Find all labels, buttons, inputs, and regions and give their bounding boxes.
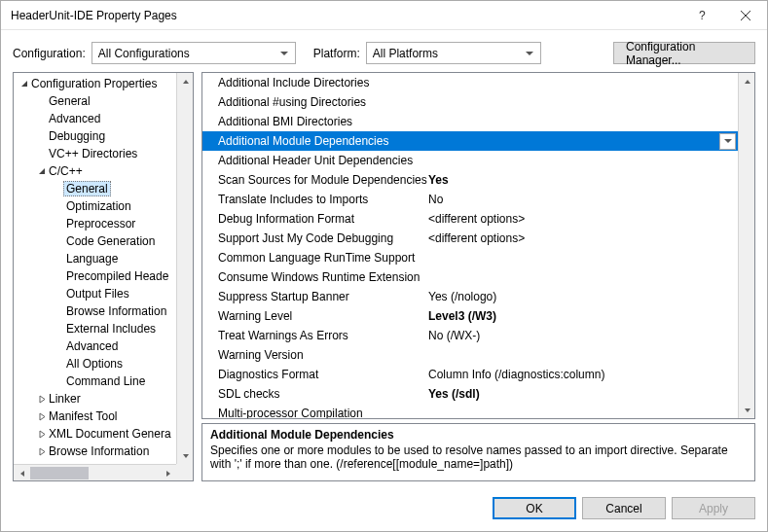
property-value[interactable]: <different options> — [428, 212, 738, 226]
help-button[interactable]: ? — [681, 1, 724, 30]
property-row[interactable]: SDL checksYes (/sdl) — [202, 384, 738, 404]
tree-item[interactable]: External Includes — [14, 320, 193, 337]
property-grid[interactable]: Additional Include DirectoriesAdditional… — [202, 73, 754, 418]
description-title: Additional Module Dependencies — [210, 428, 747, 442]
tree-item[interactable]: All Options — [14, 355, 193, 372]
svg-marker-3 — [21, 81, 27, 87]
property-row[interactable]: Support Just My Code Debugging<different… — [202, 229, 738, 248]
collapse-icon[interactable] — [35, 447, 49, 456]
property-value[interactable]: No (/WX-) — [428, 329, 738, 342]
tree-item-label: Command Line — [66, 374, 145, 388]
property-row[interactable]: Additional BMI Directories — [202, 112, 738, 131]
collapse-icon[interactable] — [35, 395, 49, 404]
property-name: Multi-processor Compilation — [218, 407, 428, 418]
tree-item[interactable]: Command Line — [14, 372, 193, 390]
property-row[interactable]: Scan Sources for Module DependenciesYes — [202, 170, 738, 190]
expand-icon[interactable] — [18, 80, 31, 89]
property-row[interactable]: Translate Includes to ImportsNo — [202, 190, 738, 209]
tree-item[interactable]: Debugging — [14, 127, 193, 145]
property-row[interactable]: Additional Module Dependencies — [202, 131, 738, 151]
tree-item[interactable]: Linker — [14, 390, 193, 408]
configuration-manager-button[interactable]: Configuration Manager... — [613, 42, 755, 64]
tree-item[interactable]: General — [14, 180, 193, 197]
expand-icon[interactable] — [35, 167, 49, 176]
tree[interactable]: Configuration PropertiesGeneralAdvancedD… — [14, 73, 193, 480]
tree-item[interactable]: Advanced — [14, 337, 193, 355]
tree-item-label: Advanced — [66, 339, 118, 353]
property-row[interactable]: Treat Warnings As ErrorsNo (/WX-) — [202, 326, 738, 345]
cancel-button[interactable]: Cancel — [582, 497, 666, 519]
property-value[interactable]: <different options> — [428, 231, 738, 245]
property-value[interactable]: Column Info (/diagnostics:column) — [428, 368, 738, 381]
tree-item[interactable]: Browse Information — [14, 302, 193, 320]
svg-marker-10 — [183, 454, 189, 458]
grid-vscrollbar[interactable] — [738, 73, 754, 418]
tree-item-label: Language — [66, 252, 118, 266]
tree-item-label: Browse Information — [66, 304, 166, 318]
property-pages-dialog: HeaderUnit-IDE Property Pages ? Configur… — [0, 0, 768, 532]
right-pane: Additional Include DirectoriesAdditional… — [201, 72, 755, 481]
tree-hscrollbar[interactable] — [14, 464, 176, 480]
property-value[interactable]: Yes (/nologo) — [428, 290, 738, 303]
property-row[interactable]: Common Language RunTime Support — [202, 248, 738, 267]
tree-item[interactable]: Browse Information — [14, 443, 193, 460]
tree-item[interactable]: Output Files — [14, 285, 193, 302]
tree-item[interactable]: Advanced — [14, 110, 193, 127]
tree-item-label: Debugging — [49, 129, 105, 143]
svg-marker-8 — [40, 448, 45, 455]
tree-item[interactable]: Optimization — [14, 197, 193, 215]
scroll-right-icon[interactable] — [160, 465, 176, 481]
property-row[interactable]: Warning Version — [202, 345, 738, 365]
property-value[interactable]: Yes — [428, 173, 738, 187]
property-row[interactable]: Debug Information Format<different optio… — [202, 209, 738, 229]
scroll-down-icon[interactable] — [739, 402, 755, 418]
tree-item[interactable]: Manifest Tool — [14, 408, 193, 425]
property-name: Suppress Startup Banner — [218, 290, 428, 303]
platform-combo[interactable]: All Platforms — [366, 42, 541, 64]
scroll-up-icon[interactable] — [177, 73, 194, 89]
property-row[interactable]: Diagnostics FormatColumn Info (/diagnost… — [202, 365, 738, 384]
property-row[interactable]: Suppress Startup BannerYes (/nologo) — [202, 287, 738, 306]
property-row[interactable]: Additional Header Unit Dependencies — [202, 151, 738, 170]
configuration-combo[interactable]: All Configurations — [91, 42, 296, 64]
property-row[interactable]: Consume Windows Runtime Extension — [202, 267, 738, 287]
tree-item[interactable]: Code Generation — [14, 232, 193, 250]
svg-marker-11 — [20, 471, 24, 477]
tree-item-label: XML Document Genera — [49, 427, 171, 441]
property-value[interactable]: No — [428, 193, 738, 206]
description-body: Specifies one or more modules to be used… — [210, 443, 747, 471]
collapse-icon[interactable] — [35, 412, 49, 421]
collapse-icon[interactable] — [35, 430, 49, 439]
tree-panel: Configuration PropertiesGeneralAdvancedD… — [13, 72, 194, 481]
footer: OK Cancel Apply — [1, 489, 767, 531]
hscroll-thumb[interactable] — [30, 467, 89, 479]
scroll-down-icon[interactable] — [177, 447, 194, 464]
ok-button[interactable]: OK — [493, 497, 576, 519]
property-value[interactable]: Level3 (/W3) — [428, 309, 738, 323]
tree-vscrollbar[interactable] — [176, 73, 193, 464]
property-grid-panel: Additional Include DirectoriesAdditional… — [201, 72, 755, 419]
tree-item[interactable]: Precompiled Heade — [14, 267, 193, 285]
tree-item[interactable]: Configuration Properties — [14, 75, 193, 92]
property-row[interactable]: Additional #using Directories — [202, 92, 738, 112]
property-value[interactable]: Yes (/sdl) — [428, 387, 738, 401]
property-row[interactable]: Additional Include Directories — [202, 73, 738, 92]
close-button[interactable] — [724, 1, 767, 30]
property-row[interactable]: Warning LevelLevel3 (/W3) — [202, 306, 738, 326]
tree-item[interactable]: Language — [14, 250, 193, 267]
property-name: SDL checks — [218, 387, 428, 401]
scroll-up-icon[interactable] — [739, 73, 755, 89]
tree-item[interactable]: Preprocessor — [14, 215, 193, 232]
tree-item[interactable]: VC++ Directories — [14, 145, 193, 162]
tree-item[interactable]: C/C++ — [14, 162, 193, 180]
tree-item-label: General — [49, 94, 91, 108]
scroll-corner — [176, 464, 193, 480]
tree-item[interactable]: XML Document Genera — [14, 425, 193, 443]
property-row[interactable]: Multi-processor Compilation — [202, 404, 738, 418]
tree-item[interactable]: General — [14, 92, 193, 110]
property-name: Debug Information Format — [218, 212, 428, 226]
platform-label: Platform: — [313, 47, 360, 60]
dropdown-icon[interactable] — [719, 133, 736, 150]
property-name: Treat Warnings As Errors — [218, 329, 428, 342]
scroll-left-icon[interactable] — [14, 465, 30, 481]
